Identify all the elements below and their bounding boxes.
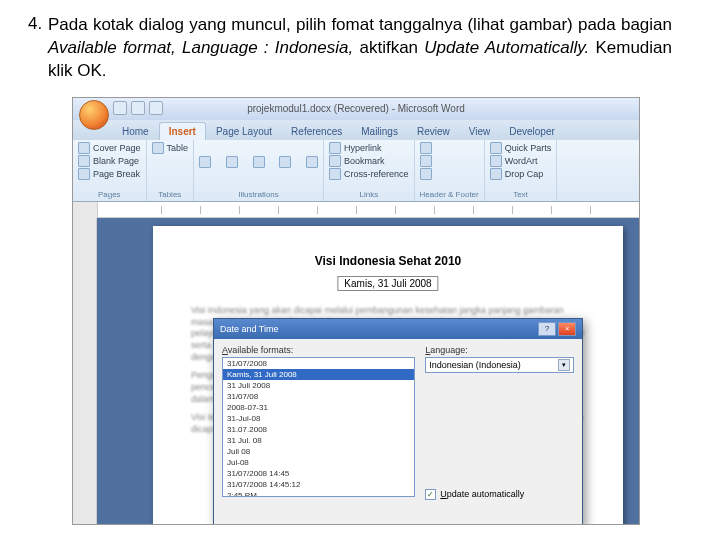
page-number-icon (420, 168, 432, 180)
language-value: Indonesian (Indonesia) (429, 360, 521, 370)
quick-parts-button[interactable]: Quick Parts (490, 142, 552, 154)
format-option[interactable]: 31/07/2008 14:45 (223, 468, 414, 479)
format-option[interactable]: 31 Juli 2008 (223, 380, 414, 391)
drop-cap-button[interactable]: Drop Cap (490, 168, 552, 180)
format-option[interactable]: 31/07/2008 14:45:12 (223, 479, 414, 490)
tab-view[interactable]: View (460, 123, 500, 140)
group-text: Quick Parts WordArt Drop Cap Text (485, 140, 558, 201)
language-label: Language: (425, 345, 574, 355)
dialog-title: Date and Time (220, 324, 279, 334)
blank-page-button[interactable]: Blank Page (78, 155, 141, 167)
language-combobox[interactable]: Indonesian (Indonesia) ▾ (425, 357, 574, 373)
format-option[interactable]: Jul-08 (223, 457, 414, 468)
cover-page-icon (78, 142, 90, 154)
group-label-tables: Tables (152, 188, 189, 199)
cross-reference-icon (329, 168, 341, 180)
page-break-icon (78, 168, 90, 180)
group-illustrations: Illustrations (194, 140, 324, 201)
header-icon (420, 142, 432, 154)
qat-redo-icon[interactable] (149, 101, 163, 115)
ribbon-tabs: Home Insert Page Layout References Maili… (73, 120, 639, 140)
format-option[interactable]: 31 Jul. 08 (223, 435, 414, 446)
group-label-illustrations: Illustrations (199, 188, 318, 199)
window-title: projekmodul1.docx (Recovered) - Microsof… (247, 103, 465, 114)
help-button[interactable]: ? (538, 322, 556, 336)
tab-insert[interactable]: Insert (159, 122, 206, 140)
ribbon: Cover Page Blank Page Page Break Pages T… (73, 140, 639, 202)
smartart-icon (279, 156, 291, 168)
smartart-button[interactable] (279, 156, 291, 168)
table-icon (152, 142, 164, 154)
cross-reference-button[interactable]: Cross-reference (329, 168, 409, 180)
qat-save-icon[interactable] (113, 101, 127, 115)
drop-cap-icon (490, 168, 502, 180)
update-automatically-checkbox[interactable]: ✓ Update automatically (425, 489, 574, 500)
formats-listbox[interactable]: 31/07/2008 Kamis, 31 Juli 2008 31 Juli 2… (222, 357, 415, 497)
header-button[interactable] (420, 142, 479, 154)
date-time-dialog: Date and Time ? × Available formats: 31/… (213, 318, 583, 525)
horizontal-ruler (73, 202, 639, 218)
hyperlink-icon (329, 142, 341, 154)
picture-button[interactable] (199, 156, 211, 168)
bookmark-icon (329, 155, 341, 167)
quick-parts-icon (490, 142, 502, 154)
doc-title: Visi Indonesia Sehat 2010 (191, 254, 585, 268)
picture-icon (199, 156, 211, 168)
format-option-selected[interactable]: Kamis, 31 Juli 2008 (223, 369, 414, 380)
footer-button[interactable] (420, 155, 479, 167)
group-tables: Table Tables (147, 140, 195, 201)
tab-mailings[interactable]: Mailings (352, 123, 407, 140)
format-option[interactable]: 31.07.2008 (223, 424, 414, 435)
blank-page-icon (78, 155, 90, 167)
clipart-button[interactable] (226, 156, 238, 168)
group-links: Hyperlink Bookmark Cross-reference Links (324, 140, 415, 201)
group-label-pages: Pages (78, 188, 141, 199)
shapes-icon (253, 156, 265, 168)
table-button[interactable]: Table (152, 142, 189, 154)
chart-button[interactable] (306, 156, 318, 168)
word-screenshot: projekmodul1.docx (Recovered) - Microsof… (72, 97, 640, 525)
clipart-icon (226, 156, 238, 168)
format-option[interactable]: 31/07/08 (223, 391, 414, 402)
titlebar: projekmodul1.docx (Recovered) - Microsof… (73, 98, 639, 120)
cover-page-button[interactable]: Cover Page (78, 142, 141, 154)
instruction-number: 4. (28, 14, 42, 34)
format-option[interactable]: 2:45 PM (223, 490, 414, 497)
page-break-button[interactable]: Page Break (78, 168, 141, 180)
wordart-icon (490, 155, 502, 167)
quick-access-toolbar (113, 101, 163, 115)
group-label-hf: Header & Footer (420, 188, 479, 199)
format-option[interactable]: 31/07/2008 (223, 358, 414, 369)
bookmark-button[interactable]: Bookmark (329, 155, 409, 167)
group-label-text: Text (490, 188, 552, 199)
hyperlink-button[interactable]: Hyperlink (329, 142, 409, 154)
close-button[interactable]: × (558, 322, 576, 336)
wordart-button[interactable]: WordArt (490, 155, 552, 167)
format-option[interactable]: Juli 08 (223, 446, 414, 457)
tab-developer[interactable]: Developer (500, 123, 564, 140)
chart-icon (306, 156, 318, 168)
tab-references[interactable]: References (282, 123, 351, 140)
office-button[interactable] (79, 100, 109, 130)
page-number-button[interactable] (420, 168, 479, 180)
qat-undo-icon[interactable] (131, 101, 145, 115)
checkbox-icon: ✓ (425, 489, 436, 500)
available-formats-label: Available formats: (222, 345, 415, 355)
footer-icon (420, 155, 432, 167)
format-option[interactable]: 31-Jul-08 (223, 413, 414, 424)
update-label: Update automatically (440, 489, 524, 499)
format-option[interactable]: 2008-07-31 (223, 402, 414, 413)
tab-review[interactable]: Review (408, 123, 459, 140)
group-header-footer: Header & Footer (415, 140, 485, 201)
group-pages: Cover Page Blank Page Page Break Pages (73, 140, 147, 201)
group-label-links: Links (329, 188, 409, 199)
doc-date-field[interactable]: Kamis, 31 Juli 2008 (337, 276, 438, 291)
shapes-button[interactable] (253, 156, 265, 168)
vertical-ruler (73, 218, 97, 524)
tab-page-layout[interactable]: Page Layout (207, 123, 281, 140)
tab-home[interactable]: Home (113, 123, 158, 140)
instruction-text: Pada kotak dialog yang muncul, pilih fom… (0, 0, 720, 93)
dialog-titlebar: Date and Time ? × (214, 319, 582, 339)
chevron-down-icon: ▾ (558, 359, 570, 371)
